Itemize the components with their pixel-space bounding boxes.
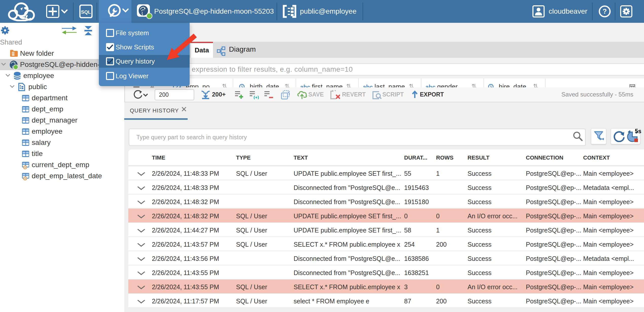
svg-text:?: ? [603,8,607,15]
svg-text:SQL: SQL [81,9,91,15]
svg-text:(+): (+) [254,95,259,99]
